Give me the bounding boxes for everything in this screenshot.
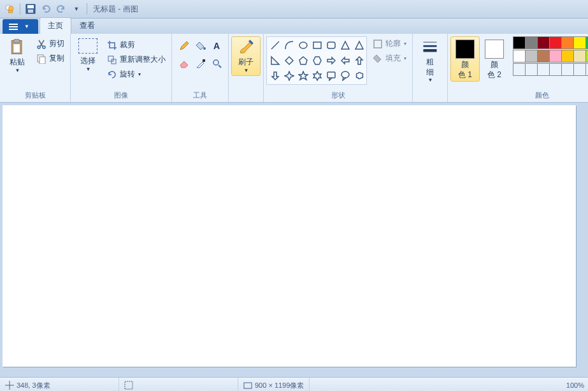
palette-swatch[interactable] [525, 50, 538, 63]
palette-swatch[interactable] [561, 63, 574, 76]
svg-marker-30 [285, 57, 293, 64]
shape-roundrect[interactable] [324, 38, 339, 53]
shape-hexagon[interactable] [310, 53, 325, 68]
svg-rect-45 [244, 383, 252, 388]
palette-swatch[interactable] [585, 50, 588, 63]
ribbon: 粘贴 ▼ 剪切 复制 剪贴板 选择 ▼ [0, 34, 588, 103]
svg-marker-34 [299, 71, 308, 80]
picker-tool[interactable] [192, 55, 209, 72]
palette-swatch[interactable] [537, 63, 550, 76]
save-button[interactable] [24, 2, 38, 16]
palette-swatch[interactable] [549, 50, 562, 63]
palette-swatch[interactable] [549, 63, 562, 76]
cut-button[interactable]: 剪切 [33, 36, 68, 51]
svg-marker-29 [271, 57, 279, 64]
color2-button[interactable]: 颜 色 2 [480, 36, 509, 82]
svg-rect-26 [327, 42, 335, 48]
palette-swatch[interactable] [513, 50, 526, 63]
group-tools: A 工具 [172, 34, 229, 102]
color1-button[interactable]: 颜 色 1 [450, 36, 480, 82]
shape-callout-rect[interactable] [324, 68, 339, 84]
svg-rect-11 [13, 44, 20, 53]
fill-button[interactable]: 填充▾ [369, 51, 410, 66]
svg-rect-5 [28, 10, 33, 13]
outline-button[interactable]: 轮廓▾ [369, 36, 410, 51]
group-colors: 颜 色 1 颜 色 2 颜色 [448, 34, 588, 102]
pencil-tool[interactable] [176, 38, 192, 54]
qat-customize-dropdown[interactable]: ▼ [69, 2, 83, 16]
palette-swatch[interactable] [525, 63, 538, 76]
rotate-label: 旋转 [120, 69, 135, 80]
paste-button[interactable]: 粘贴 ▼ [3, 36, 32, 76]
shape-callout-round[interactable] [338, 68, 353, 84]
svg-rect-36 [327, 72, 335, 78]
size-button[interactable]: 粗 细 ▼ [415, 36, 445, 86]
shape-arrow-left[interactable] [338, 53, 353, 68]
redo-button[interactable] [54, 2, 68, 16]
palette-swatch[interactable] [585, 36, 588, 49]
palette-swatch[interactable] [525, 36, 538, 49]
brushes-label: 刷子 [238, 57, 254, 68]
palette-swatch[interactable] [573, 50, 586, 63]
shape-polygon[interactable] [338, 38, 353, 53]
resize-button[interactable]: 重新调整大小 [104, 52, 169, 67]
palette-swatch[interactable] [561, 50, 574, 63]
cut-label: 剪切 [49, 38, 64, 49]
shape-arrow-up[interactable] [352, 53, 367, 68]
dimensions-icon [243, 381, 252, 390]
palette-swatch[interactable] [561, 36, 574, 49]
shape-line[interactable] [268, 38, 283, 53]
brushes-button[interactable]: 刷子 ▼ [231, 36, 261, 76]
svg-line-22 [219, 65, 221, 68]
palette-swatch[interactable] [537, 50, 550, 63]
palette-swatch[interactable] [573, 36, 586, 49]
crop-button[interactable]: 裁剪 [104, 38, 169, 52]
fill-tool[interactable] [192, 38, 209, 54]
shape-pentagon[interactable] [296, 53, 311, 68]
shapes-gallery[interactable] [266, 36, 367, 85]
shape-star5[interactable] [296, 68, 311, 84]
undo-button[interactable] [39, 2, 53, 16]
select-button[interactable]: 选择 ▼ [73, 36, 103, 75]
app-icon[interactable] [3, 2, 17, 16]
canvas-area[interactable] [0, 103, 588, 377]
group-clipboard: 粘贴 ▼ 剪切 复制 剪贴板 [0, 34, 71, 102]
palette-swatch[interactable] [573, 63, 586, 76]
shape-oval[interactable] [296, 38, 311, 53]
text-tool[interactable]: A [209, 38, 226, 54]
eraser-tool[interactable] [176, 55, 192, 72]
shape-star4[interactable] [282, 68, 297, 84]
svg-rect-44 [125, 381, 133, 389]
shape-arrow-down[interactable] [268, 68, 283, 84]
copy-button[interactable]: 复制 [33, 51, 68, 66]
canvas[interactable] [3, 105, 576, 367]
svg-line-23 [271, 41, 279, 49]
shape-rect[interactable] [310, 38, 325, 53]
rotate-button[interactable]: 旋转 ▾ [104, 67, 169, 82]
shape-curve[interactable] [282, 38, 297, 53]
shape-righttri[interactable] [268, 53, 283, 68]
svg-marker-31 [299, 57, 307, 64]
status-selection [119, 378, 238, 391]
chevron-down-icon: ▼ [15, 68, 20, 74]
svg-point-12 [38, 46, 40, 48]
shape-callout-cloud[interactable] [352, 68, 367, 84]
shape-triangle[interactable] [352, 38, 367, 53]
shape-arrow-right[interactable] [324, 53, 339, 68]
palette-swatch[interactable] [537, 36, 550, 49]
palette-swatch[interactable] [513, 36, 526, 49]
palette-swatch[interactable] [513, 63, 526, 76]
svg-rect-25 [313, 42, 321, 48]
magnifier-tool[interactable] [209, 55, 226, 72]
group-tools-label: 工具 [175, 89, 226, 102]
palette-swatch[interactable] [585, 63, 588, 76]
shape-star6[interactable] [310, 68, 325, 84]
tab-view[interactable]: 查看 [71, 17, 103, 34]
shape-diamond[interactable] [282, 53, 297, 68]
palette-swatch[interactable] [549, 36, 562, 49]
group-shapes: 轮廓▾ 填充▾ 形状 [264, 34, 413, 102]
svg-marker-27 [341, 41, 349, 49]
tab-home[interactable]: 主页 [39, 17, 71, 34]
resize-label: 重新调整大小 [120, 54, 166, 65]
file-tab[interactable]: ▼ [3, 19, 38, 34]
